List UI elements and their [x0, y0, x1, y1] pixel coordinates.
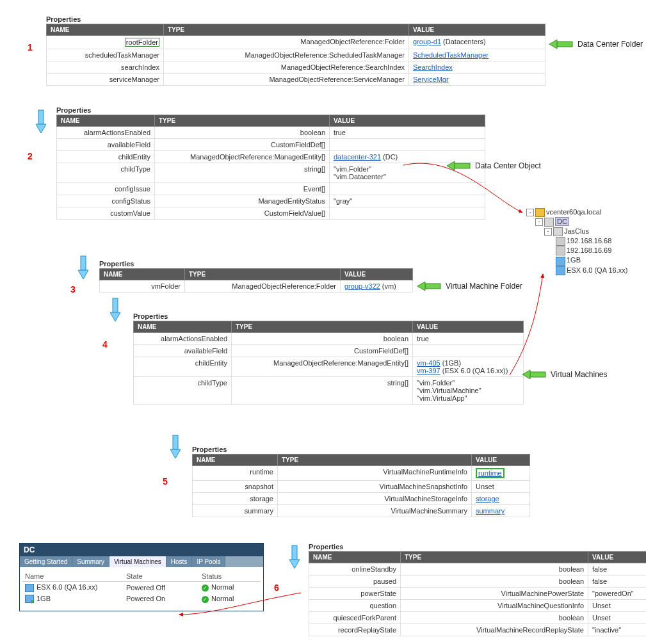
properties-heading: Properties [133, 312, 524, 320]
prop-value: ScheduledTaskManager [409, 49, 545, 61]
value-link[interactable]: ScheduledTaskManager [413, 51, 489, 59]
value-link[interactable]: runtime [478, 469, 502, 477]
prop-value: false [588, 576, 647, 588]
dc-tab[interactable]: Virtual Machines [109, 556, 166, 567]
properties-heading: Properties [192, 446, 530, 453]
value-link[interactable]: vm-397 [417, 367, 440, 374]
dc-tab[interactable]: Summary [72, 556, 109, 567]
tree-node-vm[interactable]: ESX 6.0 (QA 16.xx) [567, 266, 627, 274]
host-icon [556, 237, 565, 246]
prop-type: VirtualMachineRecordReplayState [401, 624, 588, 636]
step-number-4: 4 [102, 339, 108, 350]
dc-tab[interactable]: Hosts [166, 556, 193, 567]
arrow-down-icon [109, 297, 122, 321]
cluster-icon [553, 227, 563, 236]
prop-value: ServiceMgr [409, 74, 545, 86]
vcenter-icon [535, 208, 545, 217]
dc-panel-tabs: Getting StartedSummaryVirtual MachinesHo… [20, 556, 263, 567]
value-link[interactable]: summary [476, 507, 505, 515]
value-link[interactable]: group-v322 [344, 282, 380, 290]
vm-row[interactable]: ESX 6.0 (QA 16.xx)Powered Off✓Normal [22, 582, 261, 593]
value-link[interactable]: datacenter-321 [334, 153, 381, 161]
prop-value: Unset [588, 612, 647, 624]
tree-toggle[interactable]: - [526, 209, 534, 216]
vm-row[interactable]: 1GBPowered On✓Normal [22, 593, 261, 605]
prop-name: recordReplayState [309, 624, 401, 636]
value-link[interactable]: storage [476, 495, 499, 503]
tree-node-cluster[interactable]: JasClus [564, 227, 589, 235]
dc-tab[interactable]: Getting Started [20, 556, 72, 567]
prop-name: availableField [134, 345, 232, 357]
prop-name: rootFolder [47, 36, 164, 49]
datacenter-icon [544, 218, 554, 227]
step-number-5: 5 [163, 476, 168, 487]
prop-type: ManagedObjectReference:ManagedEntity[] [232, 357, 413, 377]
prop-value [413, 345, 524, 357]
tree-node-vm[interactable]: 1GB [567, 256, 581, 264]
host-icon [556, 246, 565, 255]
tree-node-vcenter[interactable]: vcenter60qa.local [546, 208, 601, 216]
value-link[interactable]: SearchIndex [413, 63, 453, 71]
prop-name: summary [193, 505, 278, 517]
value-link[interactable]: vm-405 [417, 359, 440, 367]
tree-toggle[interactable]: - [544, 228, 552, 236]
value-link[interactable]: ServiceMgr [413, 76, 449, 83]
value-link[interactable]: group-d1 [413, 38, 441, 45]
prop-value: "vim.Folder""vim.VirtualMachine""vim.Vir… [413, 377, 524, 405]
prop-name: childType [57, 163, 155, 183]
prop-name: serviceManager [47, 74, 164, 86]
properties-table-3: NAMETYPEVALUE vmFolderManagedObjectRefer… [99, 268, 413, 293]
prop-type: VirtualMachineQuestionInfo [401, 600, 588, 612]
prop-value: "inactive" [588, 624, 647, 636]
properties-table-5: NAMETYPEVALUE runtimeVirtualMachineRunti… [192, 454, 530, 517]
vm-icon [556, 257, 565, 266]
properties-heading: Properties [99, 260, 413, 268]
prop-name: configStatus [57, 195, 155, 207]
prop-type: ManagedObjectReference:Folder [185, 280, 341, 293]
tree-node-host[interactable]: 192.168.16.68 [567, 237, 611, 245]
prop-name: vmFolder [100, 280, 185, 293]
prop-name: searchIndex [47, 61, 164, 74]
prop-type: CustomFieldValue[] [155, 207, 330, 220]
status-ok-icon: ✓ [202, 596, 209, 603]
prop-name: availableField [57, 139, 155, 151]
arrow-down-icon [35, 109, 47, 133]
tree-node-dc[interactable]: DC [555, 217, 569, 226]
prop-name: runtime [193, 466, 278, 481]
arrow-left-icon [549, 38, 574, 51]
prop-type: Event[] [155, 183, 330, 195]
inventory-tree: -vcenter60qa.local -DC -JasClus 192.168.… [526, 207, 627, 275]
prop-type: boolean [155, 127, 330, 139]
step-number-6: 6 [274, 583, 279, 593]
arrow-left-icon [447, 160, 471, 173]
step-number-1: 1 [28, 42, 33, 52]
tree-toggle[interactable]: - [535, 218, 543, 226]
prop-value: SearchIndex [409, 61, 545, 74]
prop-type: ManagedObjectReference:SearchIndex [164, 61, 409, 74]
dc-tab[interactable]: IP Pools [192, 556, 225, 567]
prop-type: ManagedObjectReference:ManagedEntity[] [155, 151, 330, 163]
prop-type: VirtualMachinePowerState [401, 588, 588, 600]
prop-name: question [309, 600, 401, 612]
prop-type: VirtualMachineRuntimeInfo [278, 466, 472, 481]
prop-name: customValue [57, 207, 155, 220]
prop-value [330, 183, 485, 195]
arrow-left-icon [417, 280, 442, 293]
prop-name: onlineStandby [309, 563, 401, 576]
prop-value: group-d1 (Datacenters) [409, 36, 545, 49]
callout-vms: Virtual Machines [551, 370, 608, 379]
prop-name: alarmActionsEnabled [134, 333, 232, 345]
dc-panel-title: DC [20, 543, 263, 556]
prop-type: CustomFieldDef[] [232, 345, 413, 357]
prop-type: VirtualMachineStorageInfo [278, 493, 472, 505]
tree-node-host[interactable]: 192.168.16.69 [567, 246, 611, 254]
vm-icon [25, 584, 34, 592]
vm-icon [556, 266, 565, 275]
prop-value: summary [472, 505, 530, 517]
prop-name: alarmActionsEnabled [57, 127, 155, 139]
properties-table-1: NAMETYPEVALUE rootFolderManagedObjectRef… [46, 24, 545, 86]
prop-name: snapshot [193, 481, 278, 493]
prop-value: "poweredOn" [588, 588, 647, 600]
prop-type: ManagedObjectReference:ScheduledTaskMana… [164, 49, 409, 61]
callout-dc-folder: Data Center Folder [577, 40, 643, 49]
